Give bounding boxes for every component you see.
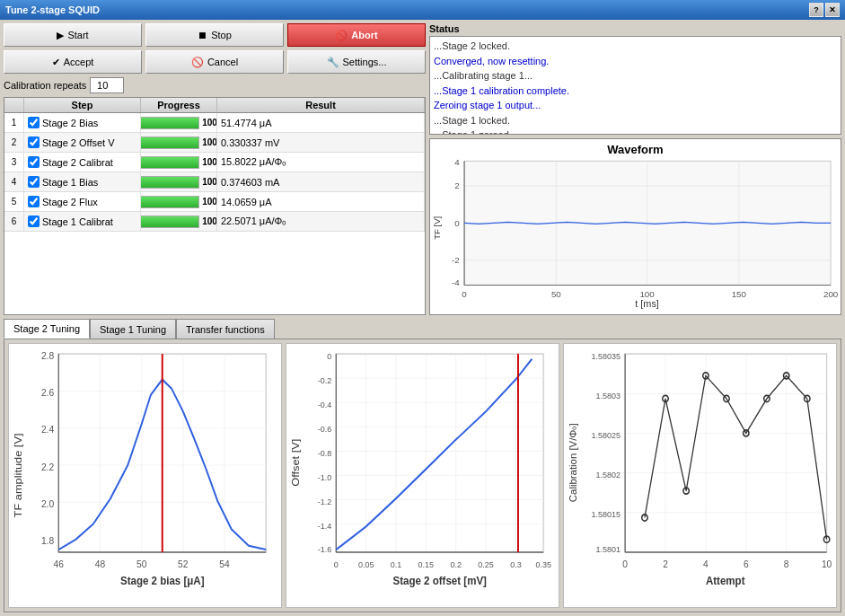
waveform-panel: Waveform 4 2 0 -2 -4 [429,138,841,315]
window-title: Tune 2-stage SQUID [5,4,100,15]
svg-text:0.25: 0.25 [478,559,493,570]
accept-button[interactable]: ✔ Accept [4,50,142,74]
waveform-title: Waveform [430,139,841,156]
svg-text:50: 50 [551,289,561,299]
tab-stage-2-tuning[interactable]: Stage 2 Tuning [4,319,90,339]
col-num [4,98,24,112]
help-button[interactable]: ? [809,3,823,17]
svg-text:0.1: 0.1 [391,559,401,570]
svg-text:-0.6: -0.6 [318,424,331,435]
svg-text:1.5801: 1.5801 [596,544,621,555]
row-progress: 100% [141,113,217,132]
row-step: Stage 2 Calibrat [24,153,141,172]
cancel-button[interactable]: 🚫 Cancel [145,50,284,74]
svg-text:50: 50 [136,559,146,570]
accept-icon: ✔ [52,57,60,68]
status-line: ...Stage 1 locked. [434,113,837,128]
svg-text:46: 46 [54,559,64,570]
chart-stage2-tuning: 2.8 2.6 2.4 2.2 2.0 1.8 46 48 50 52 54 [8,343,282,608]
bottom-section: Stage 2 TuningStage 1 TuningTransfer fun… [4,319,841,612]
row-progress: 100% [141,212,217,231]
col-step: Step [24,98,141,112]
tab-stage-1-tuning[interactable]: Stage 1 Tuning [90,319,176,339]
top-section: ▶ Start ⏹ Stop 🚫 Abort ✔ Accept � [4,23,841,315]
row-progress: 100% [141,192,217,211]
close-button[interactable]: ✕ [825,3,840,17]
waveform-chart: 4 2 0 -2 -4 TF [V] 0 50 100 150 200 t [m… [430,156,841,309]
tab-transfer-functions[interactable]: Transfer functions [176,319,275,339]
primary-button-row: ▶ Start ⏹ Stop 🚫 Abort [4,23,426,47]
step-checkbox[interactable] [28,216,40,227]
table-header: Step Progress Result [4,98,425,113]
svg-text:-1.6: -1.6 [318,544,331,555]
svg-text:52: 52 [178,559,188,570]
row-num: 2 [4,133,24,152]
status-title: Status [429,23,841,34]
settings-button[interactable]: 🔧 Settings... [287,50,426,74]
svg-text:Stage 2 bias [μA]: Stage 2 bias [μA] [120,574,205,587]
chart2-svg: 0 -0.2 -0.4 -0.6 -0.8 -1.0 -1.2 -1.4 -1.… [290,348,555,603]
svg-text:4: 4 [454,157,460,167]
svg-text:-0.4: -0.4 [318,400,331,410]
calibration-repeats-row: Calibration repeats [4,77,426,93]
col-progress: Progress [141,98,217,112]
step-checkbox[interactable] [28,156,40,168]
main-container: ▶ Start ⏹ Stop 🚫 Abort ✔ Accept � [0,20,845,616]
svg-text:-1.2: -1.2 [318,497,331,507]
svg-text:0: 0 [462,289,466,299]
row-result: 14.0659 μA [217,192,425,211]
svg-text:-4: -4 [452,277,460,287]
svg-text:0.3: 0.3 [510,559,521,570]
tabs-row: Stage 2 TuningStage 1 TuningTransfer fun… [4,319,841,339]
status-line: Zeroing stage 1 output... [434,98,837,113]
svg-text:-0.8: -0.8 [318,448,331,459]
svg-text:0.35: 0.35 [535,559,550,570]
svg-text:0.15: 0.15 [418,559,434,570]
row-step: Stage 1 Bias [24,172,141,191]
svg-text:2.4: 2.4 [41,424,54,436]
row-step: Stage 2 Flux [24,192,141,211]
status-line: Converged, now resetting. [434,54,837,69]
abort-icon: 🚫 [335,30,348,41]
left-panel: ▶ Start ⏹ Stop 🚫 Abort ✔ Accept � [4,23,426,315]
step-checkbox[interactable] [28,176,40,188]
calibration-repeats-input[interactable] [90,77,124,93]
stop-button[interactable]: ⏹ Stop [145,23,284,47]
row-num: 1 [4,113,24,132]
svg-text:0: 0 [454,218,459,228]
chart3-svg: 1.58035 1.5803 1.58025 1.5802 1.58015 1.… [568,348,832,603]
svg-text:8: 8 [784,559,789,570]
charts-area: 2.8 2.6 2.4 2.2 2.0 1.8 46 48 50 52 54 [4,339,841,612]
row-step: Stage 2 Offset V [24,133,141,152]
table-row: 4 Stage 1 Bias 100% 0.374603 mA [4,172,425,192]
svg-text:1.58035: 1.58035 [592,350,621,361]
calibration-repeats-label: Calibration repeats [4,80,86,91]
svg-text:6: 6 [744,559,749,570]
start-button[interactable]: ▶ Start [4,23,142,47]
svg-text:1.58025: 1.58025 [592,430,621,441]
svg-text:-0.2: -0.2 [318,375,331,386]
svg-text:0.2: 0.2 [450,559,461,570]
svg-text:2.8: 2.8 [41,349,54,361]
svg-text:-2: -2 [452,255,460,265]
table-row: 2 Stage 2 Offset V 100% 0.330337 mV [4,133,425,153]
svg-text:54: 54 [219,559,229,570]
status-line: ...Stage 1 zeroed. [434,128,837,135]
row-num: 6 [4,212,24,231]
step-checkbox[interactable] [28,136,40,148]
step-checkbox[interactable] [28,117,40,128]
svg-text:1.5803: 1.5803 [596,391,621,401]
settings-icon: 🔧 [327,57,339,68]
svg-text:-1.4: -1.4 [318,521,331,532]
abort-button[interactable]: 🚫 Abort [287,23,426,47]
row-step: Stage 1 Calibrat [24,212,141,231]
svg-text:0: 0 [334,559,339,570]
row-result: 22.5071 μA/Φ₀ [217,212,425,231]
row-progress: 100% [141,172,217,191]
secondary-button-row: ✔ Accept 🚫 Cancel 🔧 Settings... [4,50,426,74]
svg-text:10: 10 [822,559,832,570]
svg-text:TF [V]: TF [V] [432,216,442,240]
step-checkbox[interactable] [28,196,40,207]
row-num: 5 [4,192,24,211]
row-result: 0.330337 mV [217,133,425,152]
